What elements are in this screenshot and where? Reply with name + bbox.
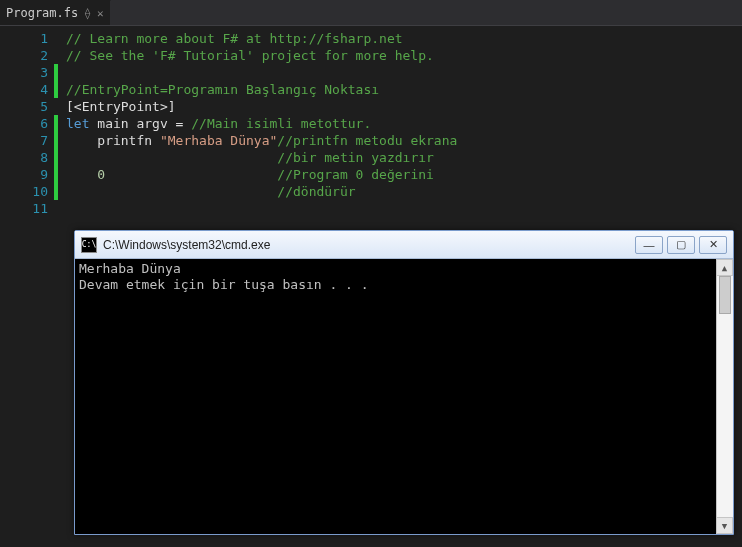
token-num: 0: [97, 167, 105, 182]
line-number: 2: [0, 47, 48, 64]
console-output[interactable]: Merhaba Dünya Devam etmek için bir tuşa …: [75, 259, 716, 534]
maximize-button[interactable]: ▢: [667, 236, 695, 254]
close-icon[interactable]: ✕: [97, 7, 104, 20]
line-number: 7: [0, 132, 48, 149]
token-comment: //döndürür: [277, 184, 355, 199]
token-comment: //Main isimli metottur.: [191, 116, 371, 131]
token-ident: [66, 167, 97, 182]
change-bar: [54, 166, 58, 183]
cmd-icon: C:\: [81, 237, 97, 253]
code-line[interactable]: //bir metin yazdırır: [66, 149, 742, 166]
line-number: 9: [0, 166, 48, 183]
close-button[interactable]: ✕: [699, 236, 727, 254]
code-content[interactable]: // Learn more about F# at http://fsharp.…: [60, 30, 742, 217]
code-line[interactable]: // See the 'F# Tutorial' project for mor…: [66, 47, 742, 64]
editor-tab-bar: Program.fs ⟠ ✕: [0, 0, 742, 26]
scroll-up-button[interactable]: ▲: [716, 259, 733, 276]
scroll-track[interactable]: [716, 276, 733, 517]
code-line[interactable]: //EntryPoint=Programın Başlangıç Noktası: [66, 81, 742, 98]
token-ident: printfn: [66, 133, 160, 148]
token-comment: // Learn more about F# at http://fsharp.…: [66, 31, 403, 46]
code-editor[interactable]: 1234567891011 // Learn more about F# at …: [0, 26, 742, 217]
token-comment: //bir metin yazdırır: [277, 150, 434, 165]
scroll-thumb[interactable]: [719, 276, 731, 314]
code-line[interactable]: let main argv = //Main isimli metottur.: [66, 115, 742, 132]
code-line[interactable]: 0 //Program 0 değerini: [66, 166, 742, 183]
console-title-bar[interactable]: C:\ C:\Windows\system32\cmd.exe — ▢ ✕: [75, 231, 733, 259]
change-bar: [54, 115, 58, 132]
code-line[interactable]: [66, 64, 742, 81]
line-number: 3: [0, 64, 48, 81]
change-bar-column: [54, 30, 60, 217]
token-ident: [66, 184, 277, 199]
change-bar: [54, 64, 58, 81]
console-title-text: C:\Windows\system32\cmd.exe: [103, 238, 629, 252]
console-window: C:\ C:\Windows\system32\cmd.exe — ▢ ✕ Me…: [74, 230, 734, 535]
code-line[interactable]: [66, 200, 742, 217]
code-line[interactable]: printfn "Merhaba Dünya"//printfn metodu …: [66, 132, 742, 149]
editor-tab-program-fs[interactable]: Program.fs ⟠ ✕: [0, 0, 111, 25]
console-scrollbar[interactable]: ▲ ▼: [716, 259, 733, 534]
token-comment: //printfn metodu ekrana: [277, 133, 457, 148]
token-ident: main argv =: [97, 116, 191, 131]
line-number: 6: [0, 115, 48, 132]
code-line[interactable]: // Learn more about F# at http://fsharp.…: [66, 30, 742, 47]
line-number: 10: [0, 183, 48, 200]
token-comment: // See the 'F# Tutorial' project for mor…: [66, 48, 434, 63]
token-comment: //EntryPoint=Programın Başlangıç Noktası: [66, 82, 379, 97]
token-comment: //Program 0 değerini: [277, 167, 434, 182]
token-str: "Merhaba Dünya": [160, 133, 277, 148]
window-buttons: — ▢ ✕: [635, 236, 727, 254]
token-ident: [105, 167, 277, 182]
line-number: 1: [0, 30, 48, 47]
token-key: let: [66, 116, 97, 131]
change-bar: [54, 81, 58, 98]
change-bar: [54, 149, 58, 166]
line-number: 4: [0, 81, 48, 98]
line-number-gutter: 1234567891011: [0, 30, 54, 217]
change-bar: [54, 132, 58, 149]
scroll-down-button[interactable]: ▼: [716, 517, 733, 534]
tab-filename: Program.fs: [6, 6, 78, 20]
change-bar: [54, 183, 58, 200]
console-body: Merhaba Dünya Devam etmek için bir tuşa …: [75, 259, 733, 534]
token-attr: [<EntryPoint>]: [66, 99, 176, 114]
pin-icon[interactable]: ⟠: [84, 7, 91, 20]
code-line[interactable]: //döndürür: [66, 183, 742, 200]
line-number: 11: [0, 200, 48, 217]
line-number: 8: [0, 149, 48, 166]
code-line[interactable]: [<EntryPoint>]: [66, 98, 742, 115]
line-number: 5: [0, 98, 48, 115]
token-ident: [66, 150, 277, 165]
minimize-button[interactable]: —: [635, 236, 663, 254]
